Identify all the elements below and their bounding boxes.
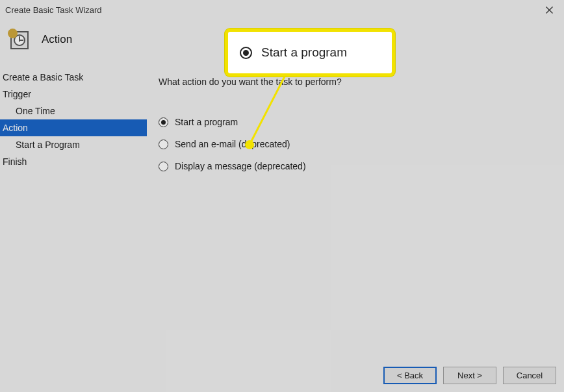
option-start-a-program[interactable]: Start a program: [159, 117, 558, 127]
action-prompt: What action do you want the task to perf…: [159, 77, 558, 87]
option-send-an-email[interactable]: Send an e-mail (deprecated): [159, 139, 558, 149]
step-finish[interactable]: Finish: [0, 153, 147, 170]
step-action-start-a-program[interactable]: Start a Program: [0, 136, 147, 153]
option-label: Start a program: [175, 117, 238, 127]
page-title: Action: [42, 33, 72, 46]
option-display-a-message[interactable]: Display a message (deprecated): [159, 161, 558, 171]
task-scheduler-icon: [8, 29, 30, 51]
next-button[interactable]: Next >: [443, 367, 496, 384]
annotation-endpoint-dot: [245, 140, 254, 149]
back-button[interactable]: < Back: [383, 367, 437, 384]
option-label: Send an e-mail (deprecated): [175, 139, 290, 149]
step-trigger[interactable]: Trigger: [0, 86, 147, 103]
wizard-footer: < Back Next > Cancel: [383, 367, 556, 384]
radio-icon: [159, 117, 168, 127]
annotation-callout-label: Start a program: [261, 45, 347, 60]
step-create-basic-task[interactable]: Create a Basic Task: [0, 69, 147, 86]
close-icon: [546, 6, 553, 14]
radio-icon: [159, 140, 168, 149]
radio-icon: [240, 47, 252, 59]
wizard-main: What action do you want the task to perf…: [147, 65, 564, 370]
annotation-callout: Start a program: [225, 29, 395, 77]
option-label: Display a message (deprecated): [175, 161, 306, 171]
step-trigger-one-time[interactable]: One Time: [0, 103, 147, 119]
window-title: Create Basic Task Wizard: [5, 5, 102, 15]
step-action[interactable]: Action: [0, 119, 147, 136]
close-button[interactable]: [534, 0, 564, 19]
cancel-button[interactable]: Cancel: [503, 367, 556, 384]
radio-icon: [159, 162, 168, 171]
wizard-steps-sidebar: Create a Basic Task Trigger One Time Act…: [0, 65, 147, 370]
titlebar: Create Basic Task Wizard: [0, 0, 564, 19]
